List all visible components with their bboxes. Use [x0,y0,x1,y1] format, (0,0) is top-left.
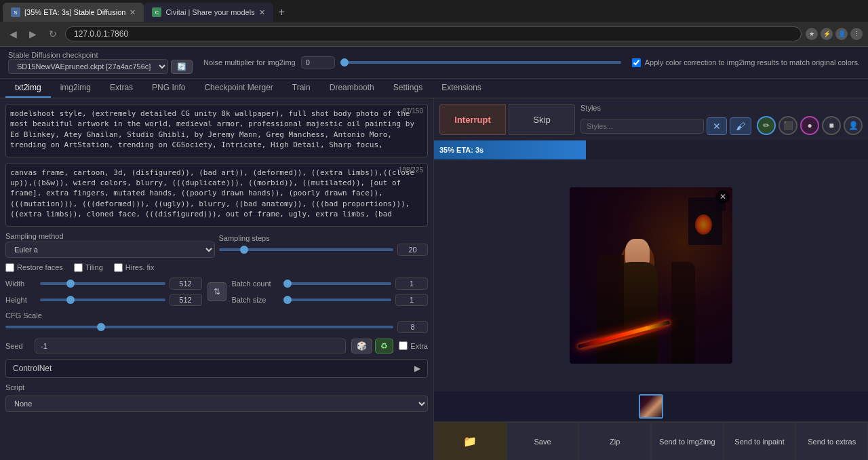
hires-fix-checkbox[interactable] [114,263,123,272]
tab-extras[interactable]: Extras [100,79,142,98]
negative-prompt-textarea[interactable]: canvas frame, cartoon, 3d, (disfigured))… [10,168,423,220]
controlnet-collapse-button[interactable]: ▶ [414,364,420,373]
send-to-img2img-button[interactable]: Send to img2img [651,422,724,460]
thumbnail-strip [434,391,868,421]
script-select[interactable]: None [5,396,428,412]
left-panel: 87/150 modelshoot style, (extremely deta… [0,98,434,460]
bottom-bar: 📁 Save Zip Send to img2img Send to inpai… [434,421,868,460]
color-correction-checkbox[interactable] [632,58,641,67]
cfg-label: CFG Scale [5,311,428,320]
tool-square-button[interactable]: ■ [822,116,841,135]
zip-button[interactable]: Zip [578,422,651,460]
tool-circle-button[interactable]: ● [800,116,819,135]
checkpoint-label: Stable Diffusion checkpoint [8,51,193,59]
save-button[interactable]: Save [507,422,579,460]
tab-png-info[interactable]: PNG Info [142,79,195,98]
width-value[interactable] [170,277,202,290]
new-tab-button[interactable]: + [273,3,290,21]
tab-txt2img[interactable]: txt2img [5,79,51,98]
address-bar[interactable] [65,26,802,41]
zip-label: Zip [610,438,620,446]
image-container: ✕ [570,187,732,364]
forward-button[interactable]: ▶ [25,27,41,41]
inpaint-label: Send to inpaint [734,438,784,446]
batch-count-slider[interactable] [283,282,392,285]
dimensions-batch-row: Width Height ⇅ [5,277,428,306]
interrupt-button[interactable]: Interrupt [439,104,506,135]
send-to-extras-button[interactable]: Send to extras [795,422,868,460]
right-top-controls: Interrupt Skip Styles ✕ 🖌 ✏ ⬛ ● [434,98,868,140]
back-button[interactable]: ◀ [5,27,21,41]
sampling-steps-slider[interactable] [219,248,394,251]
tiling-item: Tiling [74,263,103,272]
browser-tabs: S [35% ETA: 3s] Stable Diffusion ✕ C Civ… [0,0,868,22]
styles-input[interactable] [580,119,704,134]
browser-tab-civitai[interactable]: C Civitai | Share your models ✕ [144,3,273,22]
seed-label: Seed [5,342,29,350]
browser-tab-sd[interactable]: S [35% ETA: 3s] Stable Diffusion ✕ [3,3,144,22]
menu-icon[interactable]: ⋮ [850,28,863,40]
tiling-label: Tiling [85,263,103,271]
nav-icons: ★ ⚡ 👤 ⋮ [806,28,863,40]
thumbnail-1[interactable] [639,394,663,419]
skip-button[interactable]: Skip [509,104,575,135]
cfg-slider[interactable] [5,326,393,328]
batch-count-value[interactable] [395,277,428,290]
cfg-section: CFG Scale [5,311,428,333]
extra-checkbox-container: Extra [399,341,428,350]
batch-size-slider[interactable] [283,299,392,301]
height-label: Height [5,296,36,304]
tool-pencil-button[interactable]: ✏ [757,116,776,135]
height-value[interactable] [170,294,202,306]
noise-slider[interactable] [340,61,621,64]
noise-value-input[interactable] [301,56,335,69]
sampling-method-label: Sampling method [5,232,215,240]
styles-label: Styles [580,104,751,112]
styles-clear-button[interactable]: ✕ [707,117,727,135]
seed-dice-button[interactable]: 🎲 [351,339,372,353]
tiling-checkbox[interactable] [74,263,83,272]
tool-erase-button[interactable]: ⬛ [778,116,797,135]
main-layout: 87/150 modelshoot style, (extremely deta… [0,98,868,460]
close-tab-civitai[interactable]: ✕ [259,8,265,17]
controlnet-row: ControlNet ▶ [5,359,428,378]
thumb-inner-1 [640,396,662,417]
seed-input[interactable] [35,339,346,353]
tab-dreambooth[interactable]: Dreambooth [320,79,384,98]
tool-buttons: ✏ ⬛ ● ■ 👤 [757,104,863,135]
swap-dimensions-button[interactable]: ⇅ [208,282,226,301]
batch-size-value[interactable] [395,294,428,306]
width-row: Width [5,277,202,290]
styles-apply-button[interactable]: 🖌 [730,117,751,135]
styles-section: Styles ✕ 🖌 [580,104,751,135]
seed-recycle-button[interactable]: ♻ [375,339,393,353]
tab-img2img[interactable]: img2img [51,79,100,98]
restore-faces-checkbox[interactable] [5,263,14,272]
send-to-inpaint-button[interactable]: Send to inpaint [724,422,796,460]
height-slider[interactable] [40,299,165,301]
close-image-button[interactable]: ✕ [716,190,730,204]
width-slider[interactable] [40,282,165,285]
noise-section: Noise multiplier for img2img [203,56,621,69]
checkpoint-select: SD15NewVAEpruned.ckpt [27a4ac756c] 🔄 [8,59,193,74]
extension-icon[interactable]: ⚡ [821,28,833,40]
tab-train[interactable]: Train [283,79,320,98]
tab-checkpoint-merger[interactable]: Checkpoint Merger [195,79,282,98]
cfg-value[interactable] [397,321,428,333]
open-folder-button[interactable]: 📁 [434,422,507,460]
tab-label-civitai: Civitai | Share your models [165,8,254,16]
close-tab-sd[interactable]: ✕ [130,8,136,17]
tab-settings[interactable]: Settings [384,79,432,98]
script-section: Script None [5,383,428,412]
positive-prompt-textarea[interactable]: modelshoot style, (extremely detailed CG… [10,109,423,151]
extra-checkbox[interactable] [399,341,408,350]
profile-icon[interactable]: 👤 [835,28,848,40]
sampling-steps-value[interactable] [397,244,428,256]
checkpoint-refresh-button[interactable]: 🔄 [171,60,193,74]
tool-person-button[interactable]: 👤 [844,116,863,135]
refresh-button[interactable]: ↻ [45,27,61,41]
sampling-method-select[interactable]: Euler a [5,242,215,258]
tab-extensions[interactable]: Extensions [432,79,491,98]
bookmark-icon[interactable]: ★ [806,28,818,40]
checkpoint-dropdown[interactable]: SD15NewVAEpruned.ckpt [27a4ac756c] [8,59,168,74]
